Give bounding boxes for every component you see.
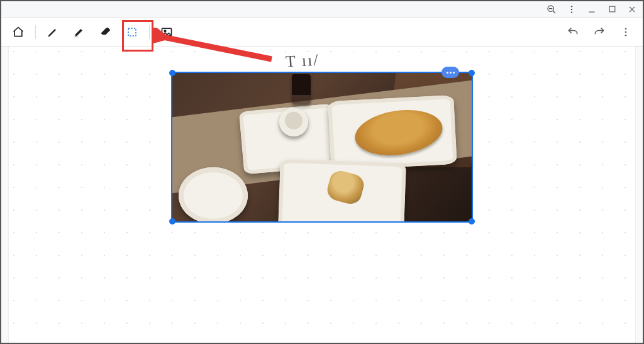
zoom-out-icon[interactable] [546,4,557,15]
redo-button[interactable] [587,20,611,44]
pen-tool-button[interactable] [41,20,65,44]
svg-rect-11 [128,28,136,36]
dotted-paper: T ıı/ [9,47,635,343]
close-icon[interactable] [626,4,638,15]
svg-rect-7 [609,6,615,12]
toolbar-separator [35,25,36,39]
insert-image-button[interactable] [155,20,179,44]
toolbar-right-group [561,20,638,44]
svg-rect-10 [74,36,79,37]
home-button[interactable] [6,20,30,44]
window-titlebar [1,1,643,18]
resize-handle-bottom-right[interactable] [469,218,475,225]
image-more-menu-button[interactable] [441,67,459,78]
toolbar-separator [149,25,150,39]
resize-handle-top-right[interactable] [469,70,475,76]
undo-button[interactable] [561,20,585,44]
svg-point-4 [571,8,572,9]
highlighter-tool-button[interactable] [67,20,91,44]
toolbar [1,18,643,47]
app-window: T ıı/ [0,0,644,344]
svg-point-3 [571,6,572,7]
toolbar-left-group [6,20,179,44]
selected-image[interactable] [171,72,473,223]
svg-point-15 [625,31,627,33]
select-tool-button[interactable] [120,20,144,44]
toolbar-more-button[interactable] [614,20,638,44]
resize-handle-top-left[interactable] [169,70,175,76]
handwriting-scribble: T ıı/ [285,51,319,72]
canvas-area[interactable]: T ıı/ [1,47,643,343]
resize-handle-bottom-left[interactable] [169,218,175,225]
image-content [172,73,472,221]
svg-line-1 [553,11,555,13]
maximize-icon[interactable] [606,4,618,15]
eraser-tool-button[interactable] [94,20,118,44]
titlebar-more-icon[interactable] [566,4,577,15]
svg-point-5 [571,11,572,13]
minimize-icon[interactable] [586,4,597,15]
svg-point-13 [164,30,166,32]
svg-point-16 [625,34,627,36]
svg-point-14 [625,28,627,30]
